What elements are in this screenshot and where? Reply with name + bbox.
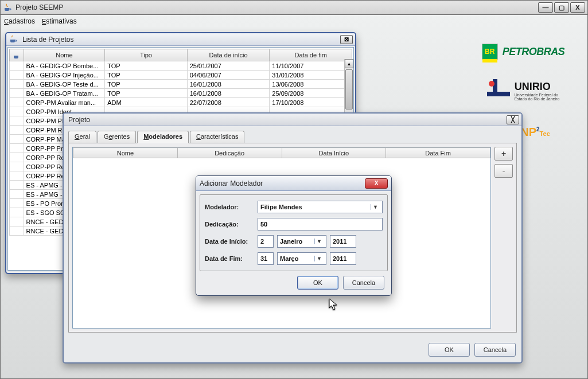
petrobras-logo: BR PETROBRAS	[482, 44, 565, 60]
inicio-year-input[interactable]	[330, 235, 356, 248]
chevron-down-icon: ▼	[314, 239, 324, 244]
projeto-ok-button[interactable]: OK	[429, 343, 470, 357]
fim-month-select[interactable]: Março ▼	[277, 252, 326, 265]
table-row[interactable]: BA - GEDIG-OP Teste d...TOP16/01/200813/…	[10, 80, 352, 89]
modal-ok-button[interactable]: OK	[297, 276, 338, 290]
modelador-value: Filipe Mendes	[260, 204, 302, 210]
petrobras-text: PETROBRAS	[503, 46, 565, 58]
app-body: Cadastros Estimativas BR PETROBRAS UNIRI…	[0, 15, 588, 379]
table-header-icon[interactable]	[10, 49, 24, 61]
remove-modelador-button[interactable]: -	[494, 164, 513, 178]
unirio-logo: UNIRIO Universidade Federal do Estado do…	[487, 79, 560, 102]
col-tipo[interactable]: Tipo	[105, 49, 188, 61]
add-modelador-button[interactable]: +	[494, 147, 513, 161]
modal-close-button[interactable]: X	[365, 178, 388, 189]
inicio-month-value: Janeiro	[280, 238, 302, 245]
modal-cancela-button[interactable]: Cancela	[343, 276, 384, 290]
java-icon	[3, 3, 12, 12]
lista-title: Lista de Projetos	[20, 36, 340, 44]
scroll-up-button[interactable]: ▲	[345, 59, 353, 68]
nptec-text: NP2Tec	[520, 126, 550, 139]
table-row[interactable]: BA - GEDIG-OP Tratam...TOP16/01/200825/0…	[10, 89, 352, 98]
chevron-down-icon: ▼	[371, 204, 380, 210]
subcol-nome[interactable]: Nome	[73, 148, 178, 158]
projeto-tabs: Geral Gerentes Modeladores Característic…	[68, 131, 517, 143]
fim-year-input[interactable]	[330, 252, 356, 265]
subcol-fim[interactable]: Data Fim	[386, 148, 490, 158]
maximize-button[interactable]: ▢	[554, 2, 569, 13]
tab-gerentes[interactable]: Gerentes	[98, 131, 136, 143]
close-button[interactable]: X	[570, 2, 585, 13]
chevron-down-icon: ▼	[314, 256, 324, 261]
unirio-sub2: Estado do Rio de Janeiro	[515, 97, 560, 101]
app-title: Projeto SEEMP	[15, 3, 537, 11]
fim-day-input[interactable]	[258, 252, 274, 265]
inicio-label: Data de Início:	[205, 238, 254, 245]
tab-modeladores[interactable]: Modeladores	[137, 131, 189, 143]
titlebar: Projeto SEEMP — ▢ X	[0, 0, 588, 15]
unirio-icon	[487, 79, 510, 102]
tab-caracteristicas[interactable]: Características	[190, 131, 244, 143]
lista-header[interactable]: Lista de Projetos ⊠	[6, 33, 355, 46]
inicio-month-select[interactable]: Janeiro ▼	[277, 235, 326, 248]
minimize-button[interactable]: —	[538, 2, 553, 13]
subcol-dedicacao[interactable]: Dedicação	[177, 148, 282, 158]
lista-close-button[interactable]: ⊠	[340, 35, 353, 44]
tab-geral[interactable]: Geral	[68, 131, 96, 143]
scroll-thumb[interactable]	[345, 69, 353, 110]
menu-estimativas[interactable]: Estimativas	[42, 17, 77, 25]
unirio-sub1: Universidade Federal do	[515, 93, 560, 97]
menu-cadastros[interactable]: Cadastros	[4, 17, 35, 25]
modal-title: Adicionar Modelador	[200, 179, 365, 187]
table-row[interactable]: CORP-PM Avaliar man...ADM22/07/200817/10…	[10, 98, 352, 107]
dedicacao-input[interactable]	[258, 218, 383, 230]
unirio-text: UNIRIO	[515, 81, 560, 93]
petrobras-br-icon: BR	[482, 44, 498, 60]
fim-month-value: Março	[280, 255, 298, 262]
modal-header[interactable]: Adicionar Modelador X	[196, 176, 391, 191]
col-inicio[interactable]: Data de início	[187, 49, 270, 61]
projeto-title: Projeto	[66, 116, 507, 124]
fim-label: Data de Fim:	[205, 255, 254, 262]
menubar: Cadastros Estimativas	[1, 15, 587, 28]
subcol-inicio[interactable]: Data Início	[282, 148, 386, 158]
projeto-header[interactable]: Projeto ╳	[64, 114, 521, 126]
dedicacao-label: Dedicação:	[205, 221, 254, 228]
projeto-close-button[interactable]: ╳	[507, 115, 519, 124]
adicionar-modelador-dialog: Adicionar Modelador X Modelador: Filipe …	[196, 175, 392, 296]
table-row[interactable]: BA - GEDIG-OP Bombe...TOP25/01/200711/10…	[10, 61, 352, 71]
modelador-label: Modelador:	[205, 204, 254, 210]
col-fim[interactable]: Data de fim	[270, 49, 352, 61]
col-nome[interactable]: Nome	[24, 49, 105, 61]
java-icon	[9, 34, 18, 45]
projeto-cancela-button[interactable]: Cancela	[474, 343, 516, 357]
modelador-select[interactable]: Filipe Mendes ▼	[258, 201, 383, 213]
inicio-day-input[interactable]	[258, 235, 274, 248]
table-row[interactable]: BA - GEDIG-OP Injeção...TOP04/06/200731/…	[10, 71, 352, 80]
